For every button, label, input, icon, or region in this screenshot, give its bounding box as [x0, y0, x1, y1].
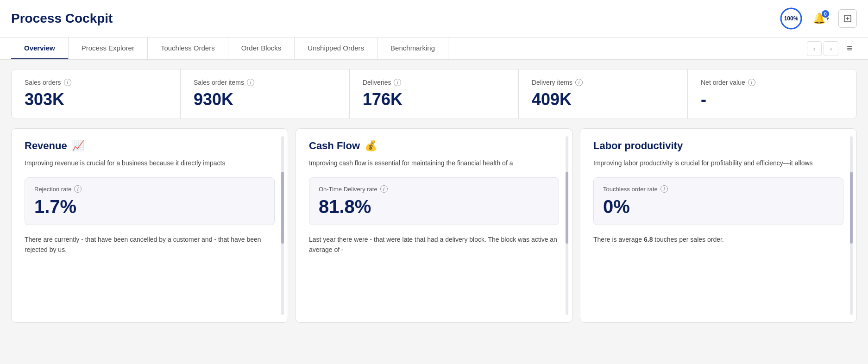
kpi-sales-orders-value: 303K [25, 90, 167, 109]
revenue-metric-value: 1.7% [34, 196, 265, 217]
progress-circle[interactable]: 100% [779, 6, 803, 31]
kpi-sales-order-items-label: Sales order items i [194, 79, 336, 86]
cashflow-title: Cash Flow 💰 [309, 140, 559, 152]
revenue-footer: There are currently - that have been can… [25, 234, 275, 255]
kpi-sales-orders-info[interactable]: i [64, 79, 71, 86]
revenue-scrollbar-thumb [281, 172, 284, 243]
labor-scrollbar[interactable] [850, 136, 853, 315]
nav-menu-button[interactable]: ≡ [842, 41, 857, 56]
export-icon [843, 14, 852, 23]
kpi-row: Sales orders i 303K Sales order items i … [11, 69, 857, 119]
cashflow-metric-box: On-Time Delivery rate i 81.8% [309, 177, 559, 225]
touchless-order-rate-info[interactable]: i [660, 185, 668, 193]
kpi-sales-orders: Sales orders i 303K [12, 69, 181, 119]
kpi-deliveries-value: 176K [363, 90, 505, 109]
labor-scrollbar-thumb [850, 172, 853, 243]
notification-button[interactable]: 🔔 0 ▾ [811, 8, 831, 29]
kpi-delivery-items-info[interactable]: i [575, 79, 583, 86]
revenue-description: Improving revenue is crucial for a busin… [25, 158, 275, 168]
labor-metric-value: 0% [603, 196, 834, 217]
cashflow-footer: Last year there were - that were late th… [309, 234, 559, 255]
cashflow-emoji: 💰 [365, 140, 377, 152]
labor-description: Improving labor productivity is crucial … [593, 158, 843, 168]
tab-overview[interactable]: Overview [11, 38, 69, 59]
app-title: Process Cockpit [11, 11, 113, 26]
notification-badge: 0 [822, 10, 829, 18]
nav-tabs: Overview Process Explorer Touchless Orde… [0, 38, 868, 60]
labor-footer-bold: 6.8 [644, 236, 653, 243]
labor-footer: There is average 6.8 touches per sales o… [593, 234, 843, 245]
labor-title: Labor productivity [593, 140, 843, 152]
card-revenue: Revenue 📈 Improving revenue is crucial f… [11, 128, 288, 323]
main-content: Sales orders i 303K Sales order items i … [0, 60, 868, 332]
cashflow-metric-value: 81.8% [319, 196, 549, 217]
kpi-net-order-value-value: - [701, 90, 843, 109]
revenue-title: Revenue 📈 [25, 140, 275, 152]
kpi-deliveries: Deliveries i 176K [350, 69, 519, 119]
card-cash-flow: Cash Flow 💰 Improving cash flow is essen… [296, 128, 572, 323]
tab-process-explorer[interactable]: Process Explorer [69, 38, 148, 59]
tab-benchmarking[interactable]: Benchmarking [377, 38, 448, 59]
rejection-rate-info[interactable]: i [74, 185, 82, 193]
kpi-sales-orders-label: Sales orders i [25, 79, 167, 86]
cashflow-scrollbar-thumb [566, 172, 568, 243]
tab-touchless-orders[interactable]: Touchless Orders [148, 38, 228, 59]
kpi-sales-order-items-value: 930K [194, 90, 336, 109]
kpi-sales-order-items: Sales order items i 930K [181, 69, 350, 119]
kpi-delivery-items: Delivery items i 409K [519, 69, 688, 119]
tab-order-blocks[interactable]: Order Blocks [228, 38, 295, 59]
otd-rate-info[interactable]: i [380, 185, 388, 193]
kpi-net-order-value-label: Net order value i [701, 79, 843, 86]
cashflow-metric-label: On-Time Delivery rate i [319, 185, 549, 193]
cards-row: Revenue 📈 Improving revenue is crucial f… [11, 128, 857, 323]
nav-arrows: ‹ › [807, 41, 838, 56]
kpi-net-order-value: Net order value i - [688, 69, 856, 119]
kpi-delivery-items-value: 409K [532, 90, 674, 109]
kpi-deliveries-label: Deliveries i [363, 79, 505, 86]
labor-metric-label: Touchless order rate i [603, 185, 834, 193]
revenue-metric-box: Rejection rate i 1.7% [25, 177, 275, 225]
export-button[interactable] [838, 9, 857, 28]
cashflow-scrollbar[interactable] [566, 136, 568, 315]
kpi-net-order-value-info[interactable]: i [748, 79, 755, 86]
header: Process Cockpit 100% 🔔 0 ▾ [0, 0, 868, 38]
revenue-emoji: 📈 [72, 140, 84, 152]
kpi-deliveries-info[interactable]: i [394, 79, 401, 86]
progress-value: 100% [784, 15, 799, 22]
cashflow-description: Improving cash flow is essential for mai… [309, 158, 559, 168]
kpi-delivery-items-label: Delivery items i [532, 79, 674, 86]
revenue-scrollbar[interactable] [281, 136, 284, 315]
tab-unshipped-orders[interactable]: Unshipped Orders [295, 38, 377, 59]
labor-metric-box: Touchless order rate i 0% [593, 177, 843, 225]
card-labor-productivity: Labor productivity Improving labor produ… [580, 128, 857, 323]
header-actions: 100% 🔔 0 ▾ [779, 6, 857, 31]
revenue-metric-label: Rejection rate i [34, 185, 265, 193]
nav-next-button[interactable]: › [824, 41, 838, 56]
kpi-sales-order-items-info[interactable]: i [247, 79, 254, 86]
nav-prev-button[interactable]: ‹ [807, 41, 822, 56]
